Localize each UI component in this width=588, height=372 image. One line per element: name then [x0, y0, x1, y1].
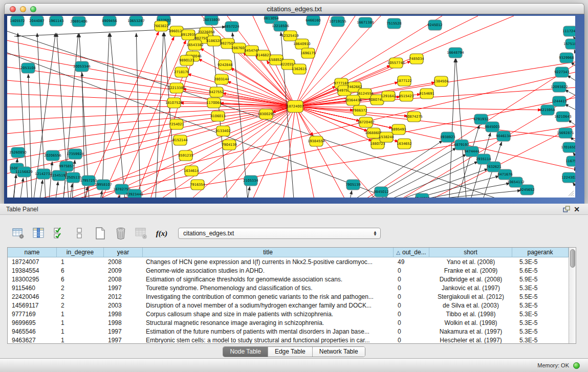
column-header-in_degree[interactable]: in_degree [57, 248, 104, 257]
graph-edge[interactable] [156, 33, 163, 198]
table-row[interactable]: 911546021997Tourette syndrome. Phenomeno… [8, 283, 569, 292]
function-builder-button[interactable]: f(x) [155, 226, 169, 240]
resize-grip-icon[interactable] [567, 189, 574, 196]
graph-node-label: 8895493 [391, 127, 406, 132]
table-cell: 0 [394, 336, 429, 344]
table-options-button[interactable] [11, 226, 26, 240]
zoom-window-icon[interactable] [30, 6, 36, 12]
graph-edge[interactable] [295, 16, 330, 106]
graph-edge[interactable] [295, 106, 575, 139]
table-selector-dropdown[interactable]: citations_edges.txt ▲▼ [178, 228, 381, 239]
table-row[interactable]: 946362711997Embryonic stem cells: a mode… [8, 336, 569, 344]
graph-node-label: 11156829 [15, 170, 33, 174]
graph-node-label: 1244415 [552, 99, 567, 103]
graph-node-label: 9845012 [374, 190, 388, 194]
column-header-out_de[interactable]: △out_de... [394, 248, 429, 257]
table-cell: 5.6E-5 [512, 266, 569, 275]
table-row[interactable]: 1456911722003Disruption of a novel membe… [8, 301, 569, 310]
table-cell: Embryonic stem cells: a model to study s… [143, 336, 394, 344]
graph-edge[interactable] [7, 106, 295, 173]
graph-edge[interactable] [40, 180, 42, 198]
graph-edge[interactable] [565, 104, 575, 110]
select-all-button[interactable] [52, 226, 67, 240]
graph-node-label: 17957253 [80, 179, 97, 183]
graph-edge[interactable] [248, 187, 250, 198]
tab-node-table[interactable]: Node Table [223, 347, 268, 357]
graph-edge[interactable] [164, 33, 176, 198]
graph-edge[interactable] [350, 191, 352, 198]
show-columns-button[interactable] [32, 226, 46, 240]
graph-node-label: 1634614 [184, 169, 199, 173]
graph-node-label: 9845003 [485, 125, 499, 129]
window-titlebar[interactable]: citations_edges.txt [4, 3, 584, 14]
table-row[interactable]: 977716911998Corpus callosum shape and si… [8, 310, 569, 318]
graph-edge[interactable] [222, 106, 295, 198]
new-column-button[interactable] [93, 226, 107, 240]
graph-edge[interactable] [435, 190, 521, 198]
table-cell: 5.3E-5 [512, 327, 569, 336]
graph-edge[interactable] [7, 106, 295, 120]
table-cell: Dudbridge et al. (2008) [429, 275, 512, 283]
tab-network-table[interactable]: Network Table [313, 347, 365, 357]
graph-edge[interactable] [49, 162, 52, 198]
graph-node-label: 18640910 [293, 42, 311, 46]
table-cell: 5.3E-5 [512, 310, 569, 318]
table-cell: 1 [57, 336, 104, 344]
table-cell: 6 [57, 275, 104, 283]
graph-edge[interactable] [573, 152, 575, 156]
table-cell: 0 [394, 292, 429, 301]
memory-status-icon[interactable] [573, 362, 580, 369]
table-cell: Tourette syndrome. Phenomenology and cla… [143, 283, 394, 292]
table-cell: 22420046 [8, 292, 57, 301]
graph-edge[interactable] [13, 174, 16, 198]
float-panel-icon[interactable] [561, 205, 572, 213]
graph-edge[interactable] [565, 90, 575, 95]
table-scrollbar[interactable] [569, 248, 576, 343]
column-header-pagerank[interactable]: pagerank [512, 248, 569, 257]
graph-edge[interactable] [20, 178, 23, 198]
delete-column-button[interactable] [114, 226, 128, 240]
table-row[interactable]: 1938455462009Genome-wide association stu… [8, 266, 569, 275]
graph-edge[interactable] [295, 106, 345, 198]
table-cell: 1998 [104, 310, 143, 318]
tab-edge-table[interactable]: Edge Table [268, 347, 313, 357]
graph-node-label: 7986372 [352, 108, 367, 113]
table-row[interactable]: 1872400712008Changes of HCN gene express… [8, 257, 569, 266]
table-row[interactable]: 946554611997Estimation of the future num… [8, 327, 569, 336]
graph-edge[interactable] [424, 183, 510, 198]
graph-edge[interactable] [379, 154, 466, 198]
close-window-icon[interactable] [10, 6, 16, 12]
unselect-all-button[interactable] [73, 226, 87, 240]
column-header-name[interactable]: name [8, 248, 57, 257]
table-scrollbar-thumb[interactable] [570, 249, 575, 268]
graph-edge[interactable] [284, 106, 295, 198]
graph-edge[interactable] [295, 106, 314, 198]
graph-edge[interactable] [56, 182, 58, 198]
graph-edge[interactable] [449, 59, 455, 198]
citation-network-graph[interactable]: 1405572204408719611432069140689094561065… [7, 16, 575, 198]
table-cell: 19384554 [8, 266, 57, 275]
graph-node-label: 9242848 [217, 63, 232, 67]
column-header-year[interactable]: year [104, 248, 143, 257]
graph-edge[interactable] [70, 184, 72, 198]
table-cell: 1997 [104, 327, 143, 336]
graph-edge[interactable] [28, 74, 32, 198]
table-cell: 9699695 [8, 318, 57, 327]
graph-edge[interactable] [574, 50, 575, 52]
table-row[interactable]: 1830029562008Estimation of significance … [8, 275, 569, 283]
delete-table-button[interactable] [134, 226, 148, 240]
column-header-short[interactable]: short [429, 248, 512, 257]
column-header-title[interactable]: title [143, 248, 394, 257]
close-panel-icon[interactable]: ✕ [572, 205, 582, 213]
graph-edge[interactable] [7, 106, 295, 107]
table-cell: de Silva et al. (2003) [429, 301, 512, 310]
table-row[interactable]: 969969511998Structural magnetic resonanc… [8, 318, 569, 327]
graph-node-label: 9133402 [215, 129, 230, 133]
network-canvas[interactable]: 1405572204408719611432069140689094561065… [7, 16, 575, 198]
minimize-window-icon[interactable] [20, 6, 26, 12]
table-cell: Genome-wide association studies in ADHD. [143, 266, 394, 275]
table-cell: 1 [57, 257, 104, 266]
table-row[interactable]: 2242004622012Investigating the contribut… [8, 292, 569, 301]
graph-node-label: 7485034 [409, 57, 424, 61]
graph-edge[interactable] [136, 33, 140, 198]
